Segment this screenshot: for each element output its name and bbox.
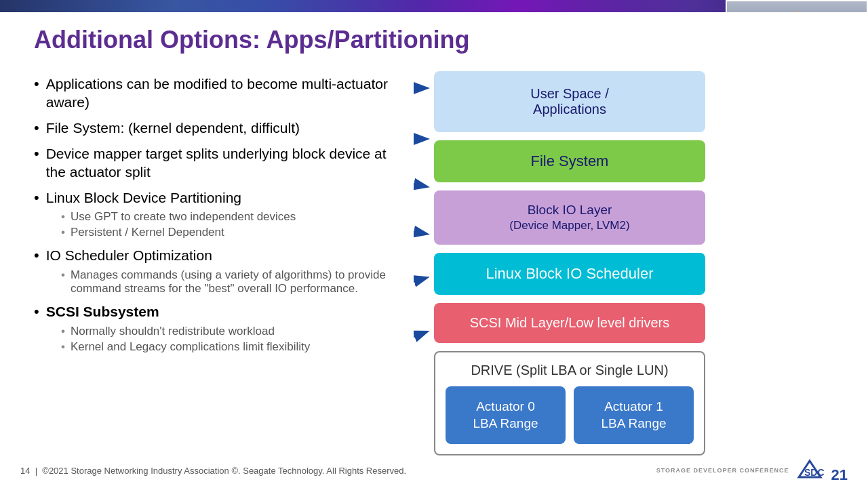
bullet-dot-4: • xyxy=(34,188,39,208)
sub-bullet-4-1: • Use GPT to create two independent devi… xyxy=(61,210,407,224)
sub-text-6-2: Kernel and Legacy complications limit fl… xyxy=(71,340,310,354)
copyright-text: ©2021 Storage Networking Industry Associ… xyxy=(42,466,406,476)
svg-line-5 xyxy=(414,278,426,298)
drive-title: DRIVE (Split LBA or Single LUN) xyxy=(446,363,694,378)
block-io-box: Block IO Layer(Device Mapper, LVM2) xyxy=(434,190,705,245)
user-space-box: User Space /Applications xyxy=(434,71,705,132)
sub-bullets-5: • Manages commands (using a variety of a… xyxy=(61,268,407,296)
bullet-item-4: • Linux Block Device Partitioning • Use … xyxy=(34,188,407,240)
bullet-text-2: File System: (kernel dependent, difficul… xyxy=(46,119,300,137)
bullet-text-1: Applications can be modified to become m… xyxy=(46,75,407,112)
bullet-text-4: Linux Block Device Partitioning xyxy=(46,188,241,207)
bullet-dot-5: • xyxy=(34,246,39,266)
actuator-row: Actuator 0LBA Range Actuator 1LBA Range xyxy=(446,386,694,444)
svg-line-4 xyxy=(414,220,426,234)
svg-line-3 xyxy=(414,176,426,186)
diagram: User Space /Applications File System Blo… xyxy=(434,71,719,455)
actuator-1-box: Actuator 1LBA Range xyxy=(574,386,694,444)
sub-text-4-1: Use GPT to create two independent device… xyxy=(71,210,296,224)
svg-text:SDC: SDC xyxy=(804,467,825,478)
page-number: 14 xyxy=(20,466,30,476)
file-system-box: File System xyxy=(434,140,705,182)
actuator-0-box: Actuator 0LBA Range xyxy=(446,386,566,444)
diagram-area: User Space /Applications File System Blo… xyxy=(414,68,848,469)
svg-line-6 xyxy=(414,332,426,359)
slide-main: Additional Options: Apps/Partitioning • … xyxy=(0,12,868,488)
bullet-item-1: • Applications can be modified to become… xyxy=(34,75,407,112)
bullet-item-2: • File System: (kernel dependent, diffic… xyxy=(34,119,407,138)
sub-text-6-1: Normally shouldn't redistribute workload xyxy=(71,325,275,338)
scsi-mid-box: SCSI Mid Layer/Low level drivers xyxy=(434,303,705,343)
bullet-text-3: Device mapper target splits underlying b… xyxy=(46,144,407,182)
bullet-item-5: • IO Scheduler Optimization • Manages co… xyxy=(34,246,407,296)
sub-bullet-5-1: • Manages commands (using a variety of a… xyxy=(61,268,407,296)
sub-bullet-6-2: • Kernel and Legacy complications limit … xyxy=(61,340,407,354)
sdc-logo-main: SDC 21 xyxy=(796,458,848,483)
bullet-dot-6: • xyxy=(34,302,39,322)
content-area: • Applications can be modified to become… xyxy=(34,68,848,469)
sub-bullets-6: • Normally shouldn't redistribute worklo… xyxy=(61,325,407,354)
sub-bullets-4: • Use GPT to create two independent devi… xyxy=(61,210,407,239)
bullet-dot-3: • xyxy=(34,144,39,164)
sdc-year: 21 xyxy=(831,468,848,483)
bullet-text-5: IO Scheduler Optimization xyxy=(46,246,212,264)
sdc-logo-top: STORAGE DEVELOPER CONFERENCE xyxy=(656,467,789,474)
footer-copyright: 14 | ©2021 Storage Networking Industry A… xyxy=(20,466,406,476)
bullet-item-3: • Device mapper target splits underlying… xyxy=(34,144,407,182)
bullet-item-6: • SCSI Subsystem • Normally shouldn't re… xyxy=(34,302,407,354)
sub-bullet-4-2: • Persistent / Kernel Dependent xyxy=(61,226,407,239)
linux-scheduler-box: Linux Block IO Scheduler xyxy=(434,253,705,295)
bullet-dot-2: • xyxy=(34,119,39,138)
sub-text-4-2: Persistent / Kernel Dependent xyxy=(71,226,224,239)
sub-bullet-6-1: • Normally shouldn't redistribute worklo… xyxy=(61,325,407,338)
sdc-icon-svg: SDC xyxy=(796,458,830,480)
drive-container: DRIVE (Split LBA or Single LUN) Actuator… xyxy=(434,351,705,455)
sdc-logo: STORAGE DEVELOPER CONFERENCE SDC 21 xyxy=(656,458,848,483)
bullet-list: • Applications can be modified to become… xyxy=(34,68,414,469)
slide-title: Additional Options: Apps/Partitioning xyxy=(34,26,848,54)
sub-text-5-1: Manages commands (using a variety of alg… xyxy=(71,268,407,296)
sdc-icon-container: SDC xyxy=(796,458,830,483)
bullet-text-6: SCSI Subsystem xyxy=(46,302,159,321)
footer: 14 | ©2021 Storage Networking Industry A… xyxy=(20,458,848,483)
bullet-dot-1: • xyxy=(34,75,39,94)
